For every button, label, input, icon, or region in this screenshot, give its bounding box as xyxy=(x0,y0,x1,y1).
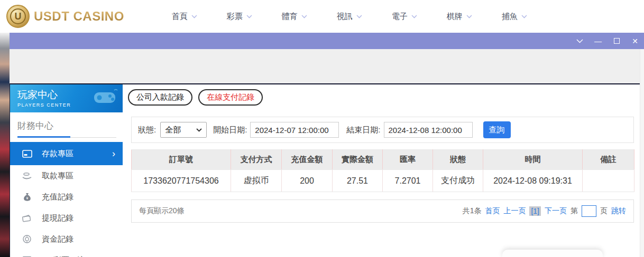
cell-exchange-rate: 7.2701 xyxy=(383,170,433,192)
nav-menu: 首頁 彩票 體育 視訊 電子 棋牌 捕魚 xyxy=(157,12,542,22)
page-jump-input[interactable] xyxy=(582,205,596,217)
nav-item-live[interactable]: 視訊 xyxy=(322,12,377,22)
sidebar-item-label: 取款專區 xyxy=(42,171,73,181)
nav-item-fishing[interactable]: 捕魚 xyxy=(487,12,542,22)
main-content: 公司入款記錄 在線支付記錄 狀態: 全部 開始日期: 結束日期: 查詢 xyxy=(123,84,644,257)
window-scrollbar[interactable] xyxy=(640,49,644,257)
window-collapse-icon[interactable] xyxy=(576,37,583,45)
site-logo[interactable]: U USDT CASINO xyxy=(6,5,124,28)
logo-coin-icon: U xyxy=(6,5,30,28)
content-frame: 玩家中心 PLAYERS CENTER 財務中心 存款專區 › xyxy=(10,83,644,257)
top-navbar: U USDT CASINO 首頁 彩票 體育 視訊 電子 棋牌 捕魚 xyxy=(0,0,644,33)
col-order-number: 訂單號 xyxy=(132,150,231,170)
tab-company-deposit-records[interactable]: 公司入款記錄 xyxy=(128,89,192,106)
withdraw-hand-icon xyxy=(22,170,32,181)
nav-item-lottery[interactable]: 彩票 xyxy=(212,12,267,22)
window-gray-band xyxy=(10,49,644,83)
funds-icon xyxy=(22,234,32,244)
nav-item-sports[interactable]: 體育 xyxy=(267,12,322,22)
table-row: 1733620771754306 虚拟币 200 27.51 7.2701 支付… xyxy=(132,170,634,192)
sidebar-item-hh-lottery-bets[interactable]: HH彩票下注 xyxy=(10,250,123,257)
sidebar-item-recharge-records[interactable]: ¥ 充值記錄 xyxy=(10,186,123,207)
filter-bar: 狀態: 全部 開始日期: 結束日期: 查詢 xyxy=(131,117,634,143)
cell-time: 2024-12-08 09:19:31 xyxy=(483,170,583,192)
chevron-down-icon xyxy=(191,15,197,18)
jump-suffix-label: 页 xyxy=(600,206,608,216)
lottery-list-icon xyxy=(22,255,32,257)
sidebar-section-title: 財務中心 xyxy=(17,120,123,132)
chevron-down-icon xyxy=(196,128,202,132)
tab-online-payment-records[interactable]: 在線支付記錄 xyxy=(198,89,263,106)
svg-text:¥: ¥ xyxy=(26,196,28,200)
chevron-down-icon xyxy=(466,15,472,18)
chevron-right-icon: › xyxy=(112,149,115,158)
floating-widget-card[interactable] xyxy=(502,250,603,257)
sidebar-item-label: 存款專區 xyxy=(42,149,73,159)
current-page-badge: [1] xyxy=(529,206,541,216)
sidebar-item-deposit[interactable]: 存款專區 › xyxy=(10,142,123,165)
start-date-input[interactable] xyxy=(250,122,339,138)
cell-payment-method: 虚拟币 xyxy=(231,170,282,192)
nav-item-slots[interactable]: 電子 xyxy=(377,12,432,22)
col-status: 狀態 xyxy=(433,150,483,170)
jump-prefix-label: 第 xyxy=(571,206,578,216)
gamepad-icon xyxy=(91,88,118,106)
wallet-icon xyxy=(22,213,32,223)
next-page-link[interactable]: 下一页 xyxy=(545,206,567,216)
cell-remarks xyxy=(583,170,634,192)
window-close-icon[interactable]: ✕ xyxy=(631,37,639,45)
sidebar: 玩家中心 PLAYERS CENTER 財務中心 存款專區 › xyxy=(10,84,123,257)
chevron-down-icon xyxy=(301,15,307,18)
window-titlebar: — ✕ xyxy=(10,33,644,49)
nav-item-cards[interactable]: 棋牌 xyxy=(432,12,487,22)
sidebar-item-withdraw[interactable]: 取款專區 xyxy=(10,165,123,186)
status-label: 狀態: xyxy=(138,125,156,135)
col-payment-method: 支付方式 xyxy=(231,150,282,170)
window-minimize-icon[interactable]: — xyxy=(594,37,602,45)
col-remarks: 備註 xyxy=(583,150,634,170)
nav-item-home[interactable]: 首頁 xyxy=(157,12,212,22)
first-page-link[interactable]: 首页 xyxy=(485,206,500,216)
chevron-down-icon xyxy=(356,15,362,18)
cell-actual-amount: 27.51 xyxy=(333,170,383,192)
sidebar-item-label: 資金記錄 xyxy=(42,234,73,244)
cell-recharge-amount: 200 xyxy=(282,170,333,192)
sidebar-item-label: 充值記錄 xyxy=(42,192,73,202)
window-maximize-icon[interactable] xyxy=(613,37,620,45)
start-date-label: 開始日期: xyxy=(213,125,247,135)
window-controls: — ✕ xyxy=(576,37,639,45)
page-size-text: 每頁顯示20條 xyxy=(139,206,185,216)
chevron-down-icon xyxy=(521,15,527,18)
end-date-input[interactable] xyxy=(384,122,473,138)
end-date-label: 結束日期: xyxy=(346,125,380,135)
payment-records-table: 訂單號 支付方式 充值金額 實際金額 匯率 狀態 時間 備註 173362077… xyxy=(131,149,634,192)
logo-text: USDT CASINO xyxy=(34,9,124,24)
sidebar-item-withdrawal-records[interactable]: 提現記錄 xyxy=(10,207,123,229)
moneybag-icon: ¥ xyxy=(22,192,32,202)
col-actual-amount: 實際金額 xyxy=(333,150,383,170)
sidebar-item-label: 提現記錄 xyxy=(42,213,73,223)
col-recharge-amount: 充值金額 xyxy=(282,150,333,170)
table-header-row: 訂單號 支付方式 充值金額 實際金額 匯率 狀態 時間 備註 xyxy=(132,150,634,170)
col-time: 時間 xyxy=(483,150,583,170)
record-tabs: 公司入款記錄 在線支付記錄 xyxy=(128,89,644,106)
chevron-down-icon xyxy=(411,15,417,18)
section-divider xyxy=(17,136,116,138)
search-button[interactable]: 查詢 xyxy=(483,121,511,138)
background-photo xyxy=(0,33,10,257)
sidebar-item-label: HH彩票下注 xyxy=(42,255,85,257)
deposit-card-icon xyxy=(22,148,32,159)
cell-order-number: 1733620771754306 xyxy=(132,170,231,192)
sidebar-header: 玩家中心 PLAYERS CENTER xyxy=(10,84,123,112)
total-count-text: 共1条 xyxy=(463,206,482,216)
prev-page-link[interactable]: 上一页 xyxy=(503,206,526,216)
player-center-window: — ✕ 玩家中心 PLAYERS CENTER 財務中心 xyxy=(10,33,644,257)
sidebar-item-fund-records[interactable]: 資金記錄 xyxy=(10,229,123,250)
chevron-down-icon xyxy=(246,15,252,18)
jump-button[interactable]: 跳转 xyxy=(611,206,626,216)
status-select[interactable]: 全部 xyxy=(160,122,207,138)
pagination-bar: 每頁顯示20條 共1条 首页 上一页 [1] 下一页 第 页 跳转 xyxy=(131,199,634,223)
cell-status: 支付成功 xyxy=(433,170,483,192)
pagination-controls: 共1条 首页 上一页 [1] 下一页 第 页 跳转 xyxy=(463,205,626,217)
col-exchange-rate: 匯率 xyxy=(383,150,433,170)
